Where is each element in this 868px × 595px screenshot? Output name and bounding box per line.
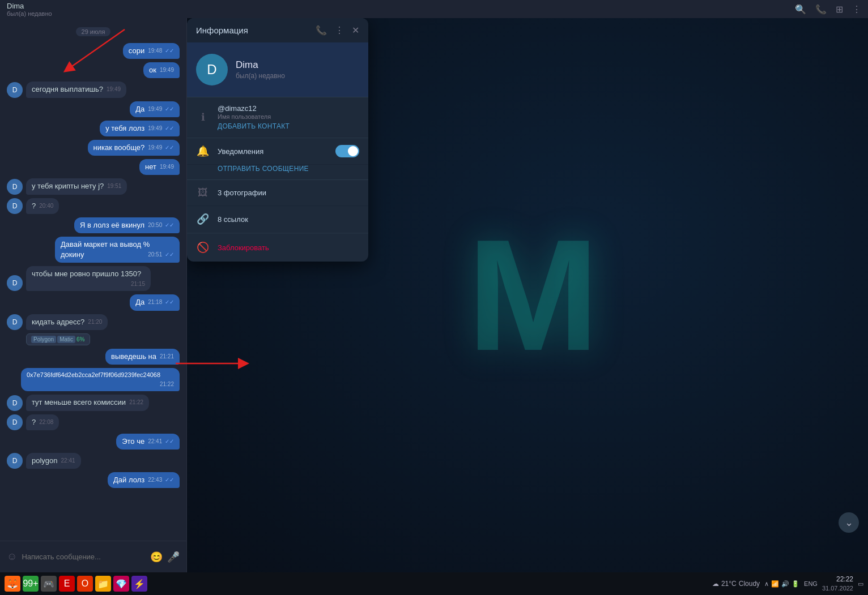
message-bubble: Я в лолз её вкинул 20:50 ✓✓: [74, 217, 180, 233]
volume-icon: 🔊: [781, 580, 789, 588]
call-icon[interactable]: 📞: [815, 4, 827, 15]
emoji-icon[interactable]: ☺: [7, 551, 17, 563]
taskbar-icon-2[interactable]: 99+: [23, 576, 39, 592]
links-label: 8 ссылок: [218, 215, 248, 224]
message-text: никак вообще?: [93, 143, 145, 152]
table-row: выведешь на 21:21: [7, 349, 180, 365]
table-row: 0x7e736fdf64d2eb2cca2ef7f9f06d9239fec240…: [7, 368, 180, 391]
network-icon: 📶: [771, 580, 779, 588]
info-row-content: @dimazc12 Имя пользователя ДОБАВИТЬ КОНТ…: [218, 104, 359, 130]
date-divider: 29 июля: [76, 27, 111, 36]
info-menu-icon[interactable]: ⋮: [335, 25, 344, 36]
taskbar-right: ☁ 21°C Cloudy ∧ 📶 🔊 🔋 ENG 22:22 31.07.20…: [712, 575, 863, 593]
avatar: D: [7, 179, 23, 195]
message-text: Да: [135, 298, 144, 306]
taskbar-lang: ENG: [804, 580, 818, 587]
titlebar-info: Dima был(а) недавно: [7, 2, 52, 17]
add-contact-link[interactable]: ДОБАВИТЬ КОНТАКТ: [218, 122, 359, 130]
table-row: никак вообще? 19:49 ✓✓: [7, 140, 180, 156]
attachment-icon[interactable]: 😊: [150, 551, 163, 563]
table-row: Да 19:49 ✓✓: [7, 101, 180, 117]
menu-icon[interactable]: ⋮: [852, 4, 861, 15]
message-text: нет: [145, 162, 156, 171]
firefox-icon[interactable]: 🦊: [5, 576, 20, 592]
message-input[interactable]: [22, 553, 146, 561]
message-bubble: ок 19:49: [143, 62, 180, 78]
scroll-down-button[interactable]: ⌄: [839, 512, 859, 533]
info-close-icon[interactable]: ✕: [352, 25, 359, 36]
message-bubble: сори 19:48 ✓✓: [123, 43, 180, 59]
table-row: Это че 22:41 ✓✓: [7, 434, 180, 450]
message-bubble: кидать адресс? 21:20: [26, 314, 108, 330]
taskbar-icon-4[interactable]: E: [59, 576, 75, 592]
message-text: сегодня выплатишь?: [32, 85, 103, 93]
message-bubble: 0x7e736fdf64d2eb2cca2ef7f9f06d9239fec240…: [21, 368, 180, 391]
avatar: D: [7, 453, 23, 469]
titlebar-controls: 🔍 📞 ⊞ ⋮: [795, 4, 861, 15]
info-panel: Информация 📞 ⋮ ✕ D Dima был(а) недавно: [187, 18, 368, 262]
taskbar-icon-3[interactable]: 🎮: [41, 576, 57, 592]
table-row: D ? 20:40: [7, 198, 180, 214]
message-bubble: Да 21:18 ✓✓: [130, 294, 180, 310]
battery-icon: 🔋: [792, 580, 799, 588]
message-time: 19:49 ✓✓: [148, 144, 174, 152]
message-text: сори: [129, 46, 144, 55]
info-header: Информация 📞 ⋮ ✕: [187, 18, 368, 42]
info-section-block: 🚫 Заблокировать: [187, 233, 368, 262]
message-text: тут меньше всего комиссии: [32, 398, 126, 406]
photos-row[interactable]: 🖼 3 фотографии: [187, 180, 368, 206]
sys-tray: ∧ 📶 🔊 🔋: [764, 580, 799, 588]
message-time: 19:48 ✓✓: [148, 47, 174, 55]
message-time: 22:08: [39, 418, 53, 426]
taskbar-icon-6[interactable]: 📁: [95, 576, 111, 592]
bell-icon: 🔔: [196, 145, 210, 157]
message-time: 19:49 ✓✓: [148, 105, 174, 113]
layout-icon[interactable]: ⊞: [836, 4, 843, 15]
message-bubble: ? 22:08: [26, 414, 59, 430]
links-row[interactable]: 🔗 8 ссылок: [187, 206, 368, 233]
message-time: 19:49: [160, 66, 174, 74]
message-time: 21:22: [129, 399, 143, 406]
chat-messages: 29 июля сори 19:48 ✓✓ ок 19:49 D сегод: [0, 18, 186, 541]
message-bubble: Да 19:49 ✓✓: [130, 101, 180, 117]
info-row-username: ℹ @dimazc12 Имя пользователя ДОБАВИТЬ КО…: [187, 97, 368, 138]
chat-input-area: ☺ 😊 🎤: [0, 541, 186, 572]
send-message-link[interactable]: ОТПРАВИТЬ СООБЩЕНИЕ: [187, 165, 368, 179]
table-row: D сегодня выплатишь? 19:49: [7, 82, 180, 97]
message-bubble: Давай маркет на вывод % докину 20:51 ✓✓: [55, 237, 180, 263]
message-time: 21:21: [160, 353, 174, 361]
search-icon[interactable]: 🔍: [795, 4, 806, 15]
block-row[interactable]: 🚫 Заблокировать: [187, 233, 368, 262]
message-time: 19:51: [107, 182, 121, 190]
message-time: 21:18 ✓✓: [148, 298, 174, 306]
table-row: Я в лолз её вкинул 20:50 ✓✓: [7, 217, 180, 233]
info-section-notifications: 🔔 Уведомления ОТПРАВИТЬ СООБЩЕНИЕ: [187, 138, 368, 179]
taskbar-weather: ☁ 21°C Cloudy: [712, 580, 760, 588]
table-row: D тут меньше всего комиссии 21:22: [7, 395, 180, 410]
taskbar-clock[interactable]: 22:22 31.07.2022: [822, 575, 853, 593]
notifications-content: Уведомления: [218, 146, 327, 156]
link-icon: 🔗: [196, 213, 210, 225]
main-area: 29 июля сори 19:48 ✓✓ ок 19:49 D сегод: [0, 18, 868, 572]
taskbar-icon-5[interactable]: O: [77, 576, 93, 592]
info-call-icon[interactable]: 📞: [316, 25, 327, 36]
taskbar-icon-8[interactable]: ⚡: [131, 576, 147, 592]
message-time: 19:49: [107, 85, 121, 93]
notifications-toggle[interactable]: [335, 145, 359, 157]
profile-name: Dima: [236, 59, 285, 71]
info-row-notifications: 🔔 Уведомления: [187, 138, 368, 165]
avatar: D: [7, 275, 23, 291]
message-text: чтобы мне ровно пришло 1350?: [32, 269, 141, 278]
table-row: D чтобы мне ровно пришло 1350? 21:15: [7, 266, 180, 291]
desktop-icon[interactable]: ▭: [858, 580, 863, 588]
microphone-icon[interactable]: 🎤: [167, 551, 180, 563]
taskbar-icon-7[interactable]: 💎: [113, 576, 129, 592]
message-time: 22:41 ✓✓: [148, 438, 174, 446]
message-time: 19:49: [160, 163, 174, 171]
titlebar-title: Dima: [7, 2, 52, 10]
message-time: 19:49 ✓✓: [148, 125, 174, 132]
tray-chevron[interactable]: ∧: [764, 580, 769, 588]
polygon-badge: PolygonMatic6%: [26, 333, 90, 345]
titlebar: Dima был(а) недавно 🔍 📞 ⊞ ⋮: [0, 0, 868, 18]
avatar: D: [7, 198, 23, 214]
